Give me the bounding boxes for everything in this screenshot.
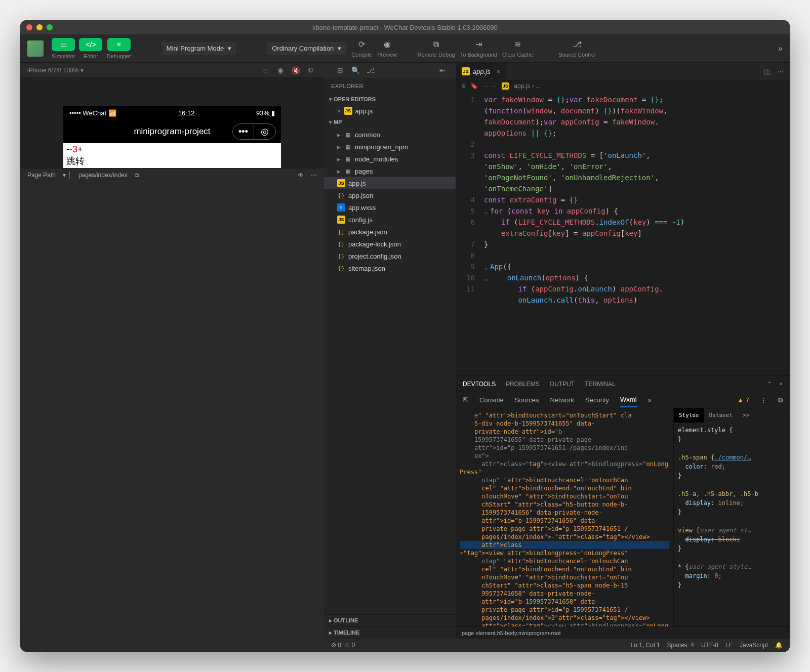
mute-icon[interactable]: 🔇: [290, 66, 302, 74]
dataset-tab[interactable]: Dataset: [704, 408, 738, 423]
sub-wxml[interactable]: Wxml: [620, 396, 637, 407]
preview-label: Preview: [377, 52, 397, 58]
error-count[interactable]: ⊘ 0: [331, 642, 341, 649]
sub-sources[interactable]: Sources: [515, 396, 539, 404]
bell-icon[interactable]: 🔔: [775, 642, 783, 649]
tab-problems[interactable]: PROBLEMS: [506, 381, 540, 388]
tree-icon[interactable]: ⊟: [334, 66, 346, 74]
warning-badge[interactable]: ▲ 7: [737, 396, 749, 404]
jump-link[interactable]: 跳转: [66, 155, 278, 167]
tab-app-js[interactable]: JSapp.js×: [456, 63, 506, 80]
close-panel-icon[interactable]: ×: [779, 381, 783, 388]
file-package.json[interactable]: { }package.json: [324, 226, 456, 238]
language-status[interactable]: JavaScript: [740, 642, 768, 649]
clear-cache-icon[interactable]: ≋: [508, 39, 528, 50]
overflow-icon[interactable]: »: [778, 44, 783, 53]
outline-section[interactable]: OUTLINE: [324, 614, 456, 626]
close-tab-icon[interactable]: ×: [497, 68, 501, 75]
sub-console[interactable]: Console: [479, 396, 504, 404]
chevron-up-icon[interactable]: ⌃: [767, 381, 772, 388]
open-editors-section[interactable]: OPEN EDITORS: [324, 94, 456, 105]
device-icon[interactable]: ▭: [259, 66, 271, 74]
compile-icon[interactable]: ⟳: [352, 39, 372, 50]
branch-icon[interactable]: ⎇: [364, 66, 377, 74]
styles-overflow[interactable]: >>: [738, 408, 754, 423]
split-icon[interactable]: ◫: [764, 68, 770, 75]
editor-tabs: JSapp.js× ◫ ⋯: [456, 63, 790, 80]
clock: 16:12: [116, 109, 256, 117]
tab-terminal[interactable]: TERMINAL: [585, 381, 616, 388]
file-app.wxss[interactable]: ≡app.wxss: [324, 201, 456, 214]
sub-overflow-icon[interactable]: »: [648, 396, 652, 404]
source-control-icon[interactable]: ⎇: [567, 39, 587, 50]
eye-icon[interactable]: 👁: [298, 172, 304, 179]
battery-pct: 93%: [256, 109, 269, 117]
editor-button[interactable]: </>: [79, 38, 102, 51]
indent-status[interactable]: Spaces: 4: [667, 642, 694, 649]
sub-network[interactable]: Network: [550, 396, 574, 404]
simulator-label: Simulator: [52, 53, 75, 59]
debugger-button[interactable]: ≡: [107, 38, 131, 51]
devtools-panel: DEVTOOLS PROBLEMS OUTPUT TERMINAL ⌃ × ⇱ …: [456, 375, 790, 639]
phone-navbar: miniprogram-project ••• ◎: [63, 120, 281, 143]
dt-more-icon[interactable]: ⋮: [760, 396, 767, 404]
warning-count[interactable]: ⚠ 0: [344, 642, 355, 649]
wxml-tree[interactable]: e" "attr">bindtouchstart="onTouchStart" …: [456, 408, 673, 626]
file-miniprogram_npm[interactable]: ▸ ▦miniprogram_npm: [324, 141, 456, 153]
file-config.js[interactable]: JSconfig.js: [324, 214, 456, 226]
dt-dock-icon[interactable]: ⧉: [778, 396, 783, 404]
explorer-title: EXPLORER: [324, 78, 456, 94]
file-sitemap.json[interactable]: { }sitemap.json: [324, 262, 456, 274]
file-common[interactable]: ▸ ▦common: [324, 129, 456, 141]
styles-tab[interactable]: Styles: [674, 408, 704, 423]
compile-select[interactable]: Ordinary Compilation▾: [267, 42, 346, 55]
simulator-bar: iPhone 6/7/8 100%▾ ▭ ◉ 🔇 ⧉: [20, 63, 324, 78]
inspect-icon[interactable]: ⇱: [463, 396, 468, 404]
sub-security[interactable]: Security: [585, 396, 609, 404]
preview-icon[interactable]: ◉: [377, 39, 397, 50]
capsule-close-icon[interactable]: ◎: [254, 124, 275, 139]
eol-status[interactable]: LF: [725, 642, 733, 649]
phone-body[interactable]: --3+ 跳转: [63, 143, 281, 168]
tab-devtools[interactable]: DEVTOOLS: [463, 381, 496, 388]
copy-path-icon[interactable]: ⧉: [135, 172, 139, 179]
user-avatar[interactable]: [27, 40, 44, 57]
record-icon[interactable]: ◉: [274, 66, 287, 74]
more-editor-icon[interactable]: ⋯: [777, 68, 784, 75]
file-app.json[interactable]: { }app.json: [324, 189, 456, 201]
timeline-section[interactable]: TIMELINE: [324, 626, 456, 639]
project-root[interactable]: MP: [324, 117, 456, 128]
bookmark-icon[interactable]: 🔖: [470, 82, 478, 90]
simulator-button[interactable]: ▭: [52, 38, 75, 51]
source-control-label: Source Control: [558, 52, 595, 58]
tab-output[interactable]: OUTPUT: [550, 381, 575, 388]
toggle-panel-icon[interactable]: ≡: [462, 82, 465, 90]
code-editor[interactable]: 1234567891011 var fakeWindow = {};var fa…: [456, 92, 790, 375]
window-title: kbone-template-preact - WeChat Devtools …: [20, 24, 790, 31]
phone-statusbar: ••••• WeChat📶 16:12 93%▮: [63, 106, 281, 120]
copy-icon[interactable]: ⧉: [305, 66, 317, 74]
file-package-lock.json[interactable]: { }package-lock.json: [324, 238, 456, 250]
styles-body[interactable]: element.style {}.h5-span {./common/… col…: [674, 423, 790, 626]
page-path-label[interactable]: Page Path: [27, 172, 56, 179]
capsule-menu-icon[interactable]: •••: [233, 124, 254, 139]
to-background-icon[interactable]: ⇥: [468, 39, 489, 50]
open-editor-item[interactable]: ×JSapp.js: [324, 105, 456, 117]
editor-label: Editor: [84, 53, 98, 59]
file-pages[interactable]: ▸ ▦pages: [324, 165, 456, 177]
search-icon[interactable]: 🔍: [349, 66, 361, 74]
cursor-pos[interactable]: Ln 1, Col 1: [631, 642, 660, 649]
remote-debug-icon[interactable]: ⧉: [426, 39, 447, 50]
more-icon[interactable]: ⋯: [311, 172, 317, 179]
encoding-status[interactable]: UTF-8: [701, 642, 718, 649]
phone-frame: ••••• WeChat📶 16:12 93%▮ miniprogram-pro…: [63, 106, 281, 168]
breadcrumb[interactable]: ≡ 🔖 ← → JSapp.js › ...: [456, 80, 790, 92]
signal-label: ••••• WeChat: [69, 109, 106, 117]
file-node_modules[interactable]: ▸ ▦node_modules: [324, 153, 456, 165]
file-app.js[interactable]: JSapp.js: [324, 177, 456, 189]
collapse-icon[interactable]: ⇤: [436, 66, 449, 74]
file-project.config.json[interactable]: { }project.config.json: [324, 250, 456, 262]
mode-select[interactable]: Mini Program Mode▾: [161, 42, 236, 55]
increment-button[interactable]: +: [77, 144, 83, 154]
device-select[interactable]: iPhone 6/7/8 100%: [27, 67, 78, 74]
